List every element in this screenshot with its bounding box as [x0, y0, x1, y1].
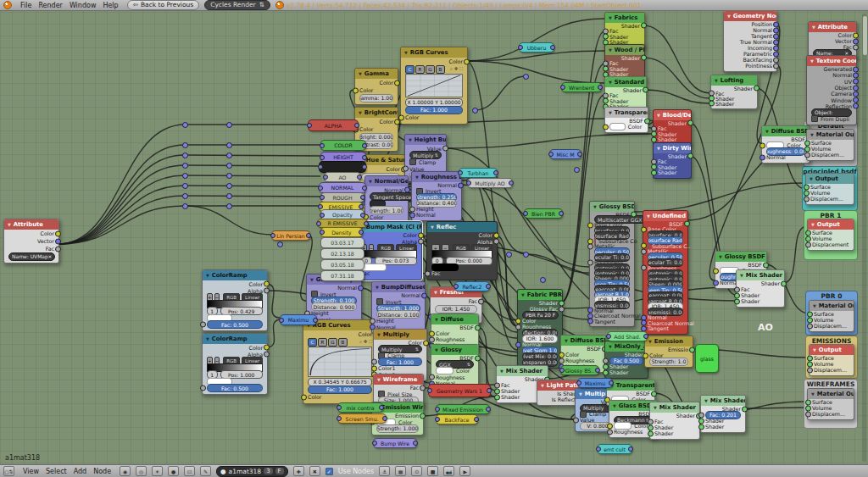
pill-lbl-mix-contra[interactable]: mix contra: [337, 402, 383, 413]
pill-output-dot[interactable]: [306, 233, 311, 238]
collapse-triangle-icon[interactable]: ▼: [812, 25, 815, 30]
node-material-output-wireframes[interactable]: ▼Material Ou..SurfaceVolumeDisplacem...: [807, 388, 854, 420]
pill-input-dot[interactable]: [320, 143, 325, 148]
collapse-triangle-icon[interactable]: ▼: [609, 15, 612, 20]
channel-g-button[interactable]: G: [328, 338, 337, 347]
node-output-pbr1[interactable]: ▼OutputSurfaceVolumeDisplacement: [807, 219, 854, 251]
pill-output-dot[interactable]: [643, 334, 648, 339]
pill-lbl-screen-smu[interactable]: Screen Smu.: [337, 413, 387, 424]
node-mix-shader-right[interactable]: ▼Mix ShaderShaderFacShaderShader: [736, 269, 785, 308]
socket-output[interactable]: [478, 298, 484, 304]
node-blood-decals[interactable]: ▼Blood/DecalsShaderFacShaderShader: [653, 109, 692, 146]
socket-output[interactable]: [55, 246, 61, 252]
socket-input[interactable]: [805, 399, 811, 405]
node-header[interactable]: ▼BrightContrast: [355, 108, 398, 118]
menu-window[interactable]: Window: [66, 2, 100, 9]
pill-input-dot[interactable]: [606, 334, 611, 339]
node-header[interactable]: ▼Output: [806, 174, 854, 184]
pill-output-dot[interactable]: [509, 180, 514, 186]
node-diffuse-topright[interactable]: ▼Diffuse BSDFBSDFColorRoughness: 0.000No…: [761, 125, 810, 164]
pill-output-dot[interactable]: [609, 380, 614, 385]
socket-output[interactable]: [420, 385, 426, 391]
collapse-triangle-icon[interactable]: ▼: [647, 214, 650, 219]
pill-input-dot[interactable]: [548, 152, 554, 157]
node-header[interactable]: ▼Geometry Node: [724, 11, 776, 21]
node-header[interactable]: ▼Height Bump: [405, 135, 446, 145]
pill-output-dot[interactable]: [357, 175, 362, 180]
pill-input-dot[interactable]: [320, 230, 325, 235]
collapse-triangle-icon[interactable]: ▼: [359, 71, 362, 76]
collapse-triangle-icon[interactable]: ▼: [609, 80, 612, 85]
collapse-triangle-icon[interactable]: ▼: [431, 225, 434, 230]
pill-lbl-date-1[interactable]: 03.03.17: [320, 237, 364, 248]
node-header[interactable]: ▼BumpDiffuseGlossy: [372, 282, 425, 292]
pill-input-dot[interactable]: [372, 441, 377, 446]
collapse-triangle-icon[interactable]: ▼: [377, 377, 381, 382]
reroute-dot[interactable]: [523, 252, 529, 258]
node-header[interactable]: ▼Diffuse: [431, 314, 478, 324]
collapse-triangle-icon[interactable]: ▼: [813, 303, 816, 308]
socket-output[interactable]: [464, 58, 470, 64]
pill-lbl-ubberu[interactable]: Ubberu: [519, 42, 554, 53]
socket-input[interactable]: [804, 184, 810, 190]
pill-lbl-emt-cult[interactable]: emt cult: [597, 444, 632, 454]
reroute-dot[interactable]: [182, 142, 188, 148]
reroute-dot[interactable]: [540, 277, 546, 283]
pill-lbl-bump-wire[interactable]: Bump Wire: [373, 438, 417, 448]
socket-input[interactable]: [494, 394, 500, 400]
pill-lbl-misc-m[interactable]: Misc M: [549, 149, 581, 159]
view-layers-icon[interactable]: ▦: [395, 466, 406, 476]
pill-output-dot[interactable]: [362, 155, 367, 160]
pill-input-dot[interactable]: [596, 446, 601, 452]
node-dirty-windows[interactable]: ▼Dirty WindowsShaderFacShaderShader: [653, 142, 692, 179]
socket-input[interactable]: [409, 212, 415, 218]
node-header[interactable]: ▼Material Ou..: [810, 301, 854, 311]
socket-output[interactable]: [853, 66, 859, 72]
node-gamma[interactable]: ▼GammaColorColorGamma: 1.000: [354, 68, 398, 105]
socket-output[interactable]: [559, 306, 565, 312]
pill-input-dot[interactable]: [466, 180, 471, 186]
node-rgb-curves-top[interactable]: ▼RGB CurvesColorCRGB⌕ ✥ ⛶X 1.00000 Y 1.0…: [400, 47, 468, 125]
collapse-triangle-icon[interactable]: ▼: [727, 14, 731, 19]
socket-input[interactable]: [709, 101, 715, 107]
socket-input[interactable]: [648, 424, 654, 430]
socket-output[interactable]: [773, 57, 779, 63]
channel-c-button[interactable]: C: [405, 65, 415, 74]
socket-output[interactable]: [754, 86, 760, 92]
socket-output[interactable]: [458, 182, 464, 188]
node-tree-icon[interactable]: ⊡: [184, 466, 195, 476]
socket-input[interactable]: [698, 424, 704, 430]
socket-output[interactable]: [742, 406, 748, 412]
socket-input[interactable]: [698, 418, 704, 424]
row-label[interactable]: Name: UVMap: [12, 253, 48, 259]
socket-input[interactable]: [643, 352, 648, 358]
socket-input[interactable]: [804, 190, 810, 196]
socket-input[interactable]: [607, 429, 613, 435]
socket-input[interactable]: [805, 405, 811, 411]
socket-input[interactable]: [804, 196, 810, 202]
socket-input[interactable]: [559, 352, 565, 358]
value-slider[interactable]: Strength: 1.0: [649, 358, 688, 366]
node-wood-plaster[interactable]: ▼Wood / PlasterShaderFacShaderShader: [604, 44, 645, 80]
clear-field-icon[interactable]: ✕: [48, 254, 53, 259]
pill-input-dot[interactable]: [435, 407, 440, 412]
node-attribute-left[interactable]: ▼AttributeColorVectorFacName: UVMap✕: [3, 219, 59, 263]
pill-input-dot[interactable]: [559, 368, 565, 373]
value-slider[interactable]: Gamma: 1.000: [359, 94, 393, 103]
node-mix-shader-bottomright[interactable]: ▼Mix ShaderShaderFacShaderShader: [649, 402, 700, 440]
socket-input[interactable]: [371, 365, 377, 371]
channel-b-button[interactable]: B: [338, 338, 348, 347]
socket-output[interactable]: [55, 230, 61, 236]
socket-output[interactable]: [689, 347, 695, 352]
reroute-dot[interactable]: [182, 203, 188, 209]
socket-input[interactable]: [429, 374, 435, 380]
node-header[interactable]: ▼Glossy BSDF: [715, 252, 766, 262]
socket-output[interactable]: [559, 300, 565, 306]
render-anim-icon[interactable]: ▶: [459, 466, 470, 476]
reroute-dot[interactable]: [226, 142, 232, 148]
socket-output[interactable]: [631, 212, 637, 218]
socket-output[interactable]: [493, 239, 499, 245]
color-swatch[interactable]: [609, 123, 626, 130]
socket-input[interactable]: [805, 236, 811, 241]
footer-menu-select[interactable]: Select: [42, 468, 70, 475]
